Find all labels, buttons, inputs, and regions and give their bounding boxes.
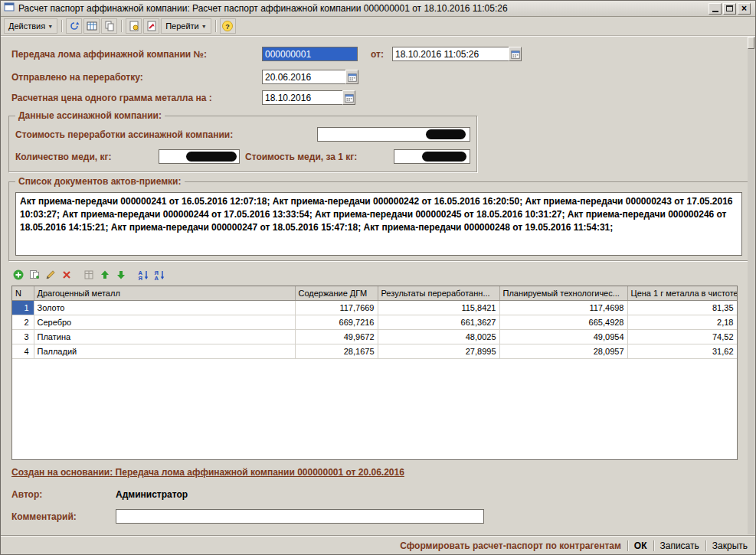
minimize-button[interactable] — [709, 3, 722, 15]
app-icon — [4, 2, 15, 15]
table-icon — [86, 20, 98, 32]
column-header-price[interactable]: Цена 1 г металла в чистоте — [627, 286, 737, 300]
column-header-metal[interactable]: Драгоценный металл — [34, 286, 295, 300]
move-down-button[interactable] — [113, 267, 129, 283]
table-cell[interactable]: Палладий — [34, 344, 295, 358]
table-cell[interactable]: 74,52 — [627, 329, 737, 344]
based-on-link[interactable]: Создан на основании: Передача лома аффин… — [11, 467, 404, 478]
copy-button[interactable] — [101, 18, 117, 34]
calendar-button[interactable] — [345, 70, 358, 84]
sort-asc-button[interactable]: АЯ — [135, 267, 151, 283]
write-button[interactable]: Записать — [660, 540, 699, 551]
table-cell[interactable]: 1 — [12, 300, 34, 315]
table-cell[interactable]: Платина — [34, 329, 295, 344]
comment-input[interactable] — [116, 509, 484, 524]
move-up-button[interactable] — [97, 267, 113, 283]
calendar-button[interactable] — [342, 90, 355, 105]
processing-cost-input[interactable] — [317, 127, 470, 142]
company-data-group: Данные ассинажной компании: Стоимость пе… — [8, 116, 477, 172]
table-cell[interactable]: 28,0957 — [499, 344, 627, 358]
acts-list-text[interactable]: Акт приема-передачи 000000241 от 16.05.2… — [15, 192, 742, 256]
delete-icon — [61, 269, 73, 281]
report-icon — [128, 20, 140, 32]
refresh-icon — [68, 20, 80, 32]
metals-table[interactable]: N Драгоценный металл Содержание ДГМ Резу… — [11, 286, 738, 460]
table-row[interactable]: 3Платина49,967248,002549,095474,52 — [12, 329, 737, 344]
form-scrollbar[interactable] — [748, 37, 754, 534]
actions-menu-button[interactable]: Действия ▼ — [4, 18, 57, 34]
copper-price-input[interactable] — [394, 149, 470, 164]
sent-date-value[interactable]: 20.06.2016 — [262, 70, 345, 84]
close-form-button[interactable]: Закрыть — [712, 540, 748, 551]
maximize-icon — [726, 5, 733, 11]
help-button[interactable]: ? — [220, 18, 236, 34]
ok-button[interactable]: ОК — [634, 540, 647, 551]
column-header-planned[interactable]: Планируемый технологичес... — [499, 286, 627, 300]
calendar-button[interactable] — [509, 47, 522, 61]
report-button[interactable] — [126, 18, 142, 34]
maximize-button[interactable] — [723, 3, 736, 15]
copper-qty-input[interactable] — [159, 149, 240, 164]
document-date-value[interactable]: 18.10.2016 11:05:26 — [392, 47, 509, 61]
table-cell[interactable]: 2,18 — [627, 315, 737, 329]
add-icon — [12, 269, 25, 281]
processing-cost-label: Стоимость переработки ассинажной компани… — [15, 129, 233, 140]
transfer-number-input[interactable]: 000000001 — [262, 47, 358, 61]
table-cell[interactable]: 81,35 — [627, 300, 737, 315]
add-row-button[interactable] — [10, 267, 26, 283]
table-cell[interactable]: 31,62 — [627, 344, 737, 358]
table-cell[interactable]: 27,8995 — [378, 344, 499, 358]
price-date-label: Расчетная цена одного грамма металла на … — [11, 93, 212, 103]
table-row[interactable]: 1Золото117,7669115,8421117,469881,35 — [12, 300, 737, 315]
minimize-icon — [712, 11, 718, 12]
column-header-content[interactable]: Содержание ДГМ — [295, 286, 378, 300]
calendar-icon — [510, 49, 521, 60]
table-cell[interactable]: 115,8421 — [378, 300, 499, 315]
table-cell[interactable]: Золото — [34, 300, 295, 315]
table-cell[interactable]: Серебро — [34, 315, 295, 329]
sort-desc-button[interactable]: ЯА — [151, 267, 167, 283]
table-cell[interactable]: 28,1675 — [295, 344, 378, 358]
actions-label: Действия — [8, 21, 45, 31]
document-date-field[interactable]: 18.10.2016 11:05:26 — [392, 47, 522, 61]
table-cell[interactable]: 661,3627 — [378, 315, 499, 329]
bottom-button-bar: Сформировать расчет-паспорт по контраген… — [1, 535, 755, 555]
show-list-button[interactable] — [83, 18, 100, 34]
copy-add-icon — [28, 269, 41, 281]
toolbar-separator — [61, 20, 62, 32]
column-header-processed[interactable]: Результаты переработанн... — [378, 286, 499, 300]
reread-button[interactable] — [66, 18, 82, 34]
acts-list-group: Список документов актов-приемки: Акт при… — [8, 181, 749, 261]
price-date-value[interactable]: 18.10.2016 — [262, 90, 342, 105]
sent-date-field[interactable]: 20.06.2016 — [262, 70, 358, 84]
table-row[interactable]: 2Серебро669,7216661,3627665,49282,18 — [12, 315, 737, 329]
table-cell[interactable]: 2 — [12, 315, 34, 329]
price-date-field[interactable]: 18.10.2016 — [262, 90, 355, 105]
copy-row-button[interactable] — [26, 267, 42, 283]
structure-button[interactable] — [143, 18, 159, 34]
scrollbar-thumb[interactable] — [748, 37, 754, 49]
bottom-bar-separator — [627, 540, 628, 551]
table-cell[interactable]: 117,7669 — [295, 300, 378, 315]
table-cell[interactable]: 3 — [12, 329, 34, 344]
column-header-n[interactable]: N — [12, 286, 34, 300]
grid-disabled-icon — [83, 269, 95, 281]
table-cell[interactable]: 665,4928 — [499, 315, 627, 329]
table-cell[interactable]: 4 — [12, 344, 34, 358]
toolbar-separator — [121, 20, 122, 32]
table-cell[interactable]: 49,9672 — [295, 329, 378, 344]
table-cell[interactable]: 117,4698 — [499, 300, 627, 315]
chevron-down-icon: ▼ — [47, 24, 53, 29]
table-cell[interactable]: 48,0025 — [378, 329, 499, 344]
toolbar-separator — [215, 20, 216, 32]
sort-asc-icon: АЯ — [137, 269, 149, 281]
table-cell[interactable]: 49,0954 — [499, 329, 627, 344]
edit-row-button[interactable] — [42, 267, 58, 283]
go-menu-button[interactable]: Перейти ▼ — [161, 18, 211, 34]
close-button[interactable]: × — [738, 3, 751, 15]
delete-row-button[interactable] — [58, 267, 74, 283]
generate-passport-button[interactable]: Сформировать расчет-паспорт по контраген… — [400, 540, 621, 551]
table-row[interactable]: 4Палладий28,167527,899528,095731,62 — [12, 344, 737, 358]
table-cell[interactable]: 669,7216 — [295, 315, 378, 329]
end-edit-button[interactable] — [80, 267, 97, 283]
